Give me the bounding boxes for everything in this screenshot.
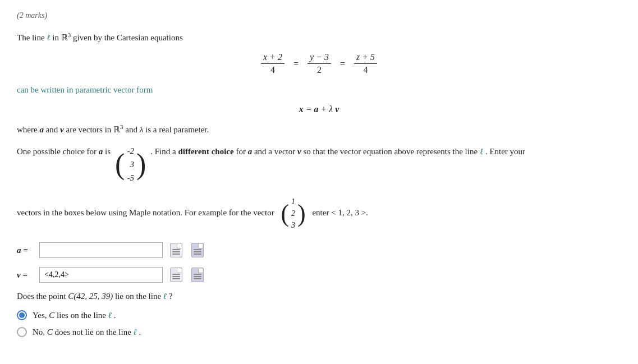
v-paste-icon — [191, 268, 204, 282]
v-paste-icon-btn[interactable] — [190, 267, 205, 283]
fraction-2: y − 3 2 — [307, 52, 331, 75]
frac3-denominator: 4 — [361, 64, 370, 75]
ell-find: ℓ — [480, 147, 483, 156]
and-a-vector-text: and a vector — [254, 147, 297, 156]
param-plus: + λ — [320, 104, 333, 114]
r3-symbol: ℝ3 — [61, 33, 73, 42]
where-word: where — [17, 125, 38, 134]
matrix-val-3: -5 — [127, 171, 134, 185]
param-x: x — [299, 104, 304, 114]
for-text: for — [236, 147, 247, 156]
fraction-1: x + 2 4 — [261, 52, 284, 75]
and-1: and — [46, 125, 58, 134]
where-text-block: where a and v are vectors in ℝ3 and λ is… — [17, 122, 621, 136]
v-input-label: v = — [17, 270, 34, 280]
input-a-row: a = — [17, 242, 621, 258]
does-point-question: Does the point C(42, 25, 39) lie on the … — [17, 292, 621, 301]
a-bold-choice: a — [99, 147, 105, 156]
yes-rest: lies on the line — [57, 311, 108, 320]
no-ell: ℓ — [134, 328, 137, 337]
left-bracket: ( — [115, 152, 125, 177]
is-text: is — [105, 147, 111, 156]
line-intro: The line ℓ in ℝ3 given by the Cartesian … — [17, 30, 621, 44]
radio-yes-option[interactable]: Yes, C lies on the line ℓ . — [17, 310, 621, 320]
a-bold-label: a — [39, 125, 45, 134]
yes-word: Yes, — [33, 311, 49, 320]
fraction-3: z + 5 4 — [354, 52, 377, 75]
lambda-symbol: λ — [140, 125, 145, 134]
ex-val-3: 3 — [291, 219, 295, 231]
no-label-text: No, C does not lie on the line ℓ . — [33, 328, 141, 337]
no-period: . — [139, 328, 141, 337]
frac3-numerator: z + 5 — [354, 52, 377, 64]
a-input-field[interactable] — [39, 242, 163, 258]
a-input-label: a = — [17, 246, 34, 255]
intro-the-line: The line — [17, 33, 45, 42]
point-C-value: C(42, 25, 39) — [68, 292, 115, 301]
cartesian-equation: x + 2 4 = y − 3 2 = z + 5 4 — [17, 52, 621, 75]
v-copy-icon — [170, 268, 182, 282]
different-choice-bold: different choice — [178, 147, 233, 156]
matrix-val-2: 3 — [130, 158, 134, 171]
enter-example-text: enter < 1, 2, 3 >. — [312, 208, 368, 217]
enter-your-text: . Enter your — [485, 147, 525, 156]
one-possible-choice-text: One possible choice for — [17, 147, 97, 156]
choice-row: One possible choice for a is ( -2 3 -5 )… — [17, 144, 621, 185]
question-mark: ? — [169, 292, 173, 301]
radio-yes-circle[interactable] — [17, 310, 27, 320]
equals-1: = — [293, 59, 299, 69]
ell-q: ℓ — [163, 292, 167, 301]
parametric-equation: x = a + λ v — [17, 104, 621, 114]
matrix-values: -2 3 -5 — [125, 144, 136, 185]
frac1-numerator: x + 2 — [261, 52, 284, 64]
a-bold-find: a — [248, 147, 253, 156]
v-paste-icon-lines — [194, 274, 201, 280]
input-v-row: v = — [17, 267, 621, 283]
does-point-text: Does the point — [17, 292, 66, 301]
param-v: v — [335, 104, 339, 114]
matrix-val-1: -2 — [127, 144, 134, 158]
vectors-instruction: vectors in the boxes below using Maple n… — [17, 196, 621, 231]
ex-left-bracket: ( — [281, 203, 289, 224]
v-bold-label: v — [60, 125, 66, 134]
can-be-written-text: can be written in parametric vector form — [17, 85, 153, 94]
intro-in: in — [52, 33, 59, 42]
ex-val-1: 1 — [291, 196, 295, 208]
lie-on-text: lie on the line — [115, 292, 161, 301]
find-different-text: . Find a different choice for a and a ve… — [150, 144, 525, 159]
a-copy-icon-btn[interactable] — [168, 242, 184, 258]
example-vector-matrix: ( 1 2 3 ) — [281, 196, 305, 231]
v-copy-icon-btn[interactable] — [168, 267, 184, 283]
a-paste-icon — [191, 243, 204, 257]
a-copy-icon-lines — [172, 249, 180, 256]
v-input-field[interactable] — [39, 267, 163, 283]
are-vectors-text: are vectors in ℝ3 — [66, 125, 126, 134]
matrix-a: ( -2 3 -5 ) — [115, 144, 146, 185]
radio-no-circle[interactable] — [17, 327, 27, 337]
is-real-param-text: is a real parameter. — [145, 125, 209, 134]
ell-symbol: ℓ — [47, 33, 52, 42]
yes-ell: ℓ — [108, 311, 112, 320]
frac2-denominator: 2 — [315, 64, 324, 75]
so-that-text: so that the vector equation above repres… — [303, 147, 479, 156]
no-rest: does not lie on the line — [55, 328, 134, 337]
ex-matrix-values: 1 2 3 — [289, 196, 297, 231]
marks-text: (2 marks) — [17, 11, 621, 20]
intro-given-by: given by the Cartesian equations — [73, 33, 183, 42]
yes-C: C — [49, 311, 57, 320]
v-bold-find: v — [297, 147, 301, 156]
yes-period: . — [114, 311, 116, 320]
frac2-numerator: y − 3 — [307, 52, 331, 64]
ex-right-bracket: ) — [297, 203, 306, 224]
a-copy-icon — [170, 243, 182, 257]
and-2: and — [125, 125, 137, 134]
yes-label-text: Yes, C lies on the line ℓ . — [33, 311, 116, 320]
a-paste-icon-btn[interactable] — [190, 242, 205, 258]
frac1-denominator: 4 — [268, 64, 277, 75]
a-paste-icon-lines — [194, 249, 201, 256]
radio-no-option[interactable]: No, C does not lie on the line ℓ . — [17, 327, 621, 337]
no-C: C — [47, 328, 55, 337]
choice-intro-text: One possible choice for a is — [17, 144, 111, 159]
no-word: No, — [33, 328, 47, 337]
param-equals: = — [306, 104, 314, 114]
